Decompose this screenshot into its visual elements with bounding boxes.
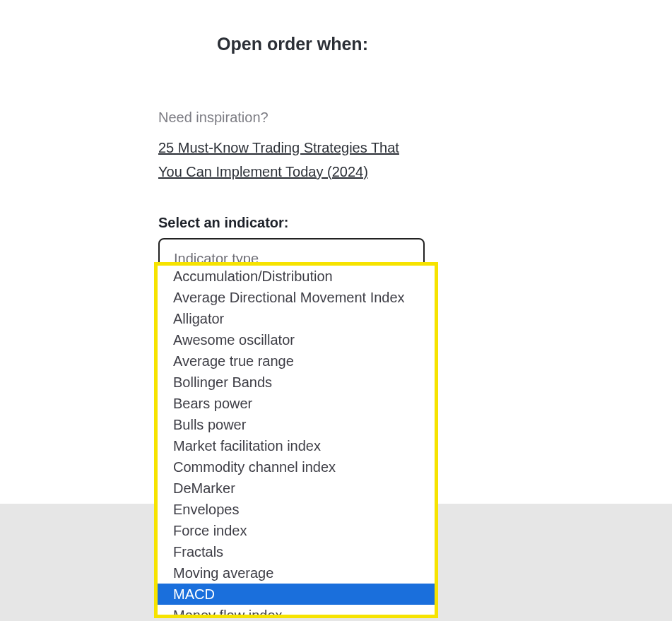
indicator-dropdown[interactable]: Accumulation/DistributionAverage Directi… [154,262,438,618]
indicator-option[interactable]: DeMarker [158,478,435,499]
indicator-option[interactable]: Fractals [158,541,435,562]
indicator-option[interactable]: Bears power [158,393,435,414]
indicator-option[interactable]: Accumulation/Distribution [158,266,435,287]
indicator-option[interactable]: Bulls power [158,414,435,435]
indicator-option[interactable]: Alligator [158,308,435,329]
indicator-dropdown-list[interactable]: Accumulation/DistributionAverage Directi… [158,266,435,615]
indicator-option[interactable]: Average true range [158,350,435,372]
indicator-option[interactable]: MACD [158,584,435,605]
page-title: Open order when: [158,34,427,54]
indicator-option[interactable]: Bollinger Bands [158,372,435,393]
inspiration-link[interactable]: 25 Must-Know Trading Strategies That You… [158,136,413,184]
indicator-option[interactable]: Force index [158,520,435,541]
indicator-option[interactable]: Average Directional Movement Index [158,287,435,308]
indicator-label: Select an indicator: [158,215,427,231]
indicator-option[interactable]: Moving average [158,562,435,584]
indicator-option[interactable]: Commodity channel index [158,456,435,478]
inspiration-lead: Need inspiration? [158,110,427,126]
indicator-option[interactable]: Money flow index [158,605,435,615]
indicator-option[interactable]: Market facilitation index [158,435,435,456]
indicator-option[interactable]: Awesome oscillator [158,329,435,350]
indicator-option[interactable]: Envelopes [158,499,435,520]
